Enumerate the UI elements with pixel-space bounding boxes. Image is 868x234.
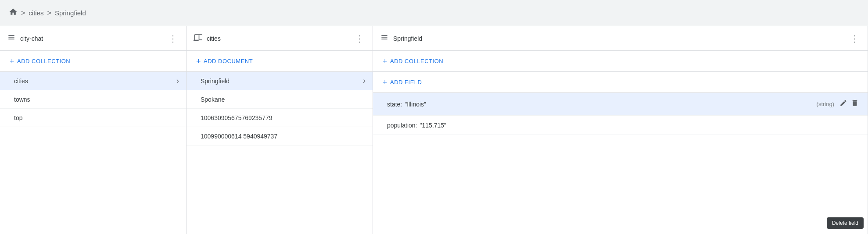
plus-icon-3: + bbox=[383, 57, 387, 65]
document-icon bbox=[380, 33, 389, 44]
col1-menu-icon[interactable]: ⋮ bbox=[167, 32, 179, 46]
edit-icon-state[interactable] bbox=[838, 97, 849, 111]
home-icon[interactable] bbox=[9, 7, 18, 18]
chevron-right-icon-1: › bbox=[176, 76, 179, 85]
list-item-top[interactable]: top bbox=[0, 109, 186, 127]
list-item-cities[interactable]: cities › bbox=[0, 72, 186, 90]
field-value-population: "115,715" bbox=[420, 122, 447, 129]
col1-header: city-chat ⋮ bbox=[0, 26, 186, 51]
col3-add-field-row: + ADD FIELD bbox=[373, 72, 868, 93]
column-1: city-chat ⋮ + ADD COLLECTION cities › to… bbox=[0, 26, 187, 234]
list-item-id1-text: 100630905675769235779 bbox=[201, 114, 366, 121]
list-item-cities-text: cities bbox=[14, 78, 176, 85]
col1-title: city-chat bbox=[20, 35, 162, 42]
add-document-button[interactable]: + ADD DOCUMENT bbox=[194, 56, 255, 67]
add-field-button[interactable]: + ADD FIELD bbox=[380, 77, 424, 88]
list-item-springfield[interactable]: Springfield › bbox=[187, 72, 373, 90]
col2-title: cities bbox=[207, 35, 349, 42]
main-columns: city-chat ⋮ + ADD COLLECTION cities › to… bbox=[0, 26, 868, 234]
col2-menu-icon[interactable]: ⋮ bbox=[353, 32, 366, 46]
list-item-id2-text: 100990000614 5940949737 bbox=[201, 133, 366, 140]
add-collection-label-2: ADD COLLECTION bbox=[390, 58, 443, 64]
list-item-towns-text: towns bbox=[14, 96, 179, 103]
plus-icon-1: + bbox=[10, 57, 14, 65]
delete-icon-state[interactable] bbox=[849, 97, 861, 111]
add-document-label: ADD DOCUMENT bbox=[204, 58, 253, 64]
collection-icon bbox=[194, 33, 202, 44]
col2-list: Springfield › Spokane 100630905675769235… bbox=[187, 72, 373, 234]
field-type-state: (string) bbox=[817, 101, 834, 107]
add-field-label: ADD FIELD bbox=[390, 79, 422, 85]
column-3: Springfield ⋮ + ADD COLLECTION + ADD FIE… bbox=[373, 26, 868, 234]
col3-add-collection-row: + ADD COLLECTION bbox=[373, 51, 868, 72]
col1-action-row: + ADD COLLECTION bbox=[0, 51, 186, 72]
chevron-right-icon-2: › bbox=[363, 76, 366, 85]
database-icon bbox=[7, 33, 16, 44]
add-collection-label-1: ADD COLLECTION bbox=[17, 58, 70, 64]
field-key-population: population: bbox=[387, 122, 417, 129]
col2-action-row: + ADD DOCUMENT bbox=[187, 51, 373, 72]
list-item-id1[interactable]: 100630905675769235779 bbox=[187, 109, 373, 127]
field-value-state: "Illinois" bbox=[405, 101, 426, 108]
field-row-state: state: "Illinois" (string) bbox=[373, 93, 868, 116]
list-item-springfield-text: Springfield bbox=[201, 78, 363, 85]
plus-icon-2: + bbox=[196, 57, 201, 65]
breadcrumb: > cities > Springfield bbox=[0, 0, 868, 26]
list-item-top-text: top bbox=[14, 114, 179, 121]
field-row-population: population: "115,715" bbox=[373, 116, 868, 135]
col3-header: Springfield ⋮ bbox=[373, 26, 868, 51]
breadcrumb-cities[interactable]: cities bbox=[29, 9, 43, 17]
column-2: cities ⋮ + ADD DOCUMENT Springfield › Sp… bbox=[187, 26, 373, 234]
plus-icon-4: + bbox=[383, 78, 387, 86]
add-collection-button-1[interactable]: + ADD COLLECTION bbox=[7, 56, 73, 67]
col3-menu-icon[interactable]: ⋮ bbox=[848, 32, 861, 46]
list-item-id2[interactable]: 100990000614 5940949737 bbox=[187, 127, 373, 145]
add-collection-button-2[interactable]: + ADD COLLECTION bbox=[380, 56, 446, 67]
breadcrumb-springfield[interactable]: Springfield bbox=[55, 9, 86, 17]
col1-list: cities › towns top bbox=[0, 72, 186, 234]
list-item-spokane[interactable]: Spokane bbox=[187, 90, 373, 109]
col2-header: cities ⋮ bbox=[187, 26, 373, 51]
field-key-state: state: bbox=[387, 101, 402, 108]
breadcrumb-separator-1: > bbox=[21, 9, 25, 17]
list-item-spokane-text: Spokane bbox=[201, 96, 366, 103]
col3-title: Springfield bbox=[393, 35, 844, 42]
breadcrumb-separator-2: > bbox=[47, 9, 51, 17]
list-item-towns[interactable]: towns bbox=[0, 90, 186, 109]
